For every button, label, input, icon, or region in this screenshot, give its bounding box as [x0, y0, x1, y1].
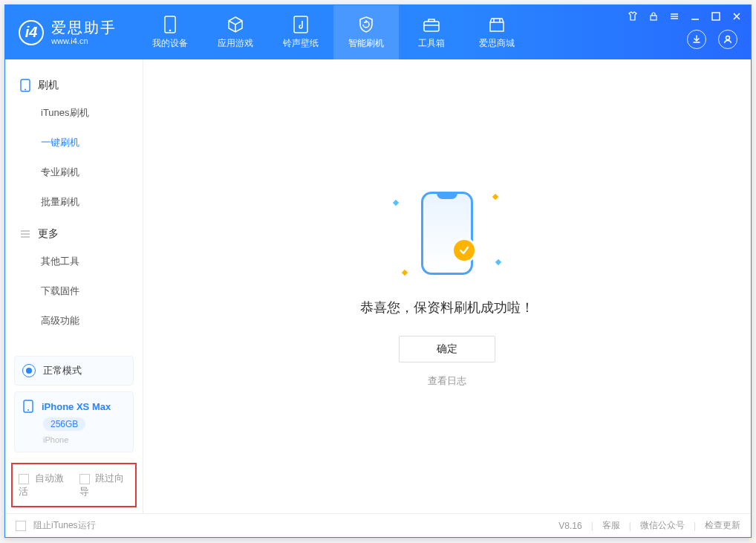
svg-rect-3: [424, 22, 439, 31]
store-icon: [488, 16, 506, 33]
svg-rect-7: [651, 16, 656, 20]
tab-label: 工具箱: [418, 37, 445, 50]
sidebar-group-more[interactable]: 更多: [5, 221, 143, 247]
separator: |: [591, 521, 593, 531]
lock-icon[interactable]: [647, 10, 660, 23]
footer-link-wechat[interactable]: 微信公众号: [640, 519, 685, 532]
success-illustration: [380, 186, 514, 282]
brand-logo-icon: i4: [19, 20, 44, 45]
sidebar: 刷机 iTunes刷机 一键刷机 专业刷机 批量刷机 更多 其他工具 下载固件 …: [5, 59, 143, 513]
checkbox-icon: [19, 474, 29, 484]
tab-label: 铃声壁纸: [283, 37, 319, 50]
sparkle-icon: [393, 199, 399, 205]
sidebar-item-itunes-flash[interactable]: iTunes刷机: [5, 98, 143, 128]
device-name: iPhone XS Max: [42, 401, 111, 412]
tab-ringtone[interactable]: 铃声壁纸: [268, 5, 333, 59]
menu-icon[interactable]: [668, 10, 681, 23]
tab-store[interactable]: 爱思商城: [464, 5, 529, 59]
sparkle-icon: [492, 193, 498, 199]
view-log-link[interactable]: 查看日志: [428, 374, 466, 388]
sidebar-item-pro-flash[interactable]: 专业刷机: [5, 157, 143, 187]
svg-point-17: [25, 89, 26, 91]
list-icon: [20, 229, 30, 239]
svg-rect-12: [712, 13, 720, 20]
success-message: 恭喜您，保资料刷机成功啦！: [360, 299, 534, 316]
maximize-button[interactable]: [709, 10, 723, 23]
checkbox-skip-setup[interactable]: 跳过向导: [79, 472, 130, 498]
sidebar-scroll: 刷机 iTunes刷机 一键刷机 专业刷机 批量刷机 更多 其他工具 下载固件 …: [5, 59, 143, 356]
tab-apps[interactable]: 应用游戏: [203, 5, 268, 59]
tab-my-device[interactable]: 我的设备: [137, 5, 203, 59]
version-label: V8.16: [558, 521, 581, 531]
tab-label: 我的设备: [152, 37, 188, 50]
device-icon: [22, 400, 34, 413]
brand-name: 爱思助手: [51, 19, 117, 36]
sidebar-item-one-click-flash[interactable]: 一键刷机: [5, 128, 143, 157]
separator: |: [694, 521, 696, 531]
checkbox-label: 阻止iTunes运行: [33, 519, 96, 532]
tab-toolbox[interactable]: 工具箱: [399, 5, 464, 59]
sidebar-item-download-firmware[interactable]: 下载固件: [5, 276, 143, 306]
svg-rect-2: [294, 16, 307, 33]
mode-dot-icon: [22, 364, 36, 377]
sparkle-icon: [402, 269, 408, 275]
tab-label: 应用游戏: [218, 37, 253, 50]
checkbox-icon: [16, 521, 26, 531]
main-content: 恭喜您，保资料刷机成功啦！ 确定 查看日志: [143, 59, 751, 513]
tab-smart-flash[interactable]: 智能刷机: [333, 5, 399, 59]
cube-icon: [227, 16, 244, 33]
checkbox-block-itunes[interactable]: 阻止iTunes运行: [16, 519, 96, 532]
device-type: iPhone: [43, 435, 126, 444]
body: 刷机 iTunes刷机 一键刷机 专业刷机 批量刷机 更多 其他工具 下载固件 …: [5, 59, 751, 513]
brand: i4 爱思助手 www.i4.cn: [5, 19, 130, 46]
toolbox-icon: [423, 16, 440, 33]
svg-point-22: [27, 409, 29, 411]
sidebar-item-advanced[interactable]: 高级功能: [5, 306, 143, 336]
tab-label: 爱思商城: [479, 37, 515, 50]
checkbox-auto-activate[interactable]: 自动激活: [19, 472, 69, 498]
tshirt-icon[interactable]: [626, 10, 639, 23]
sidebar-item-other-tools[interactable]: 其他工具: [5, 247, 143, 276]
sidebar-group-label: 更多: [38, 227, 59, 241]
brand-url: www.i4.cn: [51, 36, 117, 46]
ok-button[interactable]: 确定: [399, 336, 495, 362]
topbar-right-icons: [687, 30, 737, 49]
storage-badge: 256GB: [43, 417, 85, 431]
footer-link-update[interactable]: 检查更新: [705, 519, 740, 532]
tab-label: 智能刷机: [348, 37, 384, 50]
checkbox-icon: [79, 474, 90, 484]
minimize-button[interactable]: [688, 10, 702, 23]
sidebar-group-label: 刷机: [38, 79, 59, 92]
options-row: 自动激活 跳过向导: [11, 463, 137, 507]
sidebar-item-batch-flash[interactable]: 批量刷机: [5, 187, 143, 217]
device-box[interactable]: iPhone XS Max 256GB iPhone: [14, 391, 134, 452]
footer-link-service[interactable]: 客服: [602, 519, 620, 532]
topbar: i4 爱思助手 www.i4.cn 我的设备 应用游戏: [5, 5, 751, 59]
mode-box[interactable]: 正常模式: [14, 356, 134, 386]
user-icon[interactable]: [718, 30, 737, 49]
svg-point-15: [726, 36, 730, 40]
sparkle-icon: [495, 259, 501, 264]
phone-outline-icon: [20, 79, 30, 92]
close-button[interactable]: [730, 10, 743, 23]
shield-refresh-icon: [357, 16, 375, 33]
top-tabs: 我的设备 应用游戏 铃声壁纸 智能刷机: [137, 5, 529, 59]
separator: |: [629, 521, 631, 531]
sidebar-group-flash[interactable]: 刷机: [5, 73, 143, 98]
mode-label: 正常模式: [43, 364, 82, 377]
download-icon[interactable]: [687, 30, 706, 49]
app-window: i4 爱思助手 www.i4.cn 我的设备 应用游戏: [4, 4, 752, 538]
check-badge-icon: [452, 238, 477, 263]
svg-point-1: [169, 29, 172, 31]
window-controls: [626, 10, 743, 23]
music-file-icon: [293, 16, 308, 33]
phone-icon: [164, 16, 176, 33]
footer: 阻止iTunes运行 V8.16 | 客服 | 微信公众号 | 检查更新: [5, 513, 751, 537]
brand-text: 爱思助手 www.i4.cn: [51, 19, 117, 46]
